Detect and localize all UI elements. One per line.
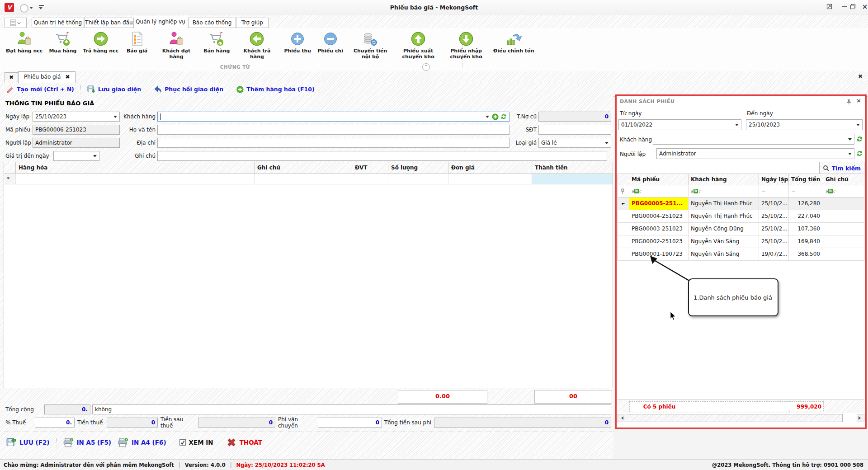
table-row[interactable]: PBG00002-251023 Nguyễn Văn Sáng 25/10/2.…	[618, 235, 864, 248]
new-row-cell-thanh-tien[interactable]	[532, 174, 613, 184]
new-row-cell[interactable]	[255, 174, 352, 184]
ribbon-collapse-icon[interactable]: ^	[422, 63, 430, 71]
ghi-chu-input[interactable]	[157, 151, 607, 161]
save-layout-button[interactable]: Lưu giao diện	[81, 85, 147, 94]
ribbon-item-tra-hang-ncc[interactable]: Trả hàng ncc	[80, 30, 122, 55]
thue-input[interactable]: 0.	[35, 418, 75, 428]
menu-list-button[interactable]	[5, 18, 27, 28]
fullscreen-icon[interactable]	[826, 4, 836, 12]
chevron-down-icon[interactable]	[486, 116, 489, 120]
close-icon[interactable]: ×	[860, 3, 868, 11]
panel-nguoi-lap-combo[interactable]: Administrator	[656, 148, 854, 159]
col-ma-phieu[interactable]: Mã phiếu	[629, 174, 689, 185]
chevron-down-icon[interactable]	[856, 124, 860, 128]
ribbon-item-phieu-xuat-chuyen-kho[interactable]: Phiếu xuất chuyển kho	[394, 30, 442, 61]
ribbon-item-dieu-chinh-ton[interactable]: Điều chỉnh tồn	[490, 30, 537, 55]
quick-access-dropdown-icon[interactable]	[29, 7, 33, 11]
tab-bao-cao-thong-ke[interactable]: Báo cáo thống kê	[188, 18, 236, 28]
minimize-icon[interactable]	[839, 6, 849, 14]
quick-access-icon[interactable]	[20, 4, 28, 13]
col-ghi-chu[interactable]: Ghi chú	[823, 174, 864, 185]
new-row-cell[interactable]	[16, 174, 255, 184]
ribbon-item-mua-hang[interactable]: Mua hàng	[46, 30, 80, 55]
add-item-button[interactable]: Thêm hàng hóa (F10)	[230, 86, 321, 93]
table-row[interactable]: ► PBG00005-251... Nguyễn Thị Hạnh Phúc 2…	[618, 197, 864, 210]
ribbon-item-dat-hang-ncc[interactable]: Đặt hàng ncc	[3, 30, 46, 55]
ribbon-item-ban-hang[interactable]: Bán hàng	[200, 30, 233, 55]
ho-va-ten-input[interactable]	[157, 125, 509, 135]
restore-layout-button[interactable]: Phục hồi giao diện	[147, 85, 230, 94]
chevron-down-icon[interactable]	[735, 124, 739, 128]
checkbox-checked-icon[interactable]	[179, 439, 186, 446]
den-ngay-combo[interactable]: 25/10/2023	[746, 119, 863, 130]
table-row[interactable]: PBG00004-251023 Nguyễn Thị Hạnh Phúc 25/…	[618, 210, 864, 223]
scrollbar-thumb[interactable]	[626, 414, 843, 422]
add-customer-icon[interactable]	[492, 113, 499, 120]
filter-pin-icon[interactable]	[618, 185, 629, 197]
refresh-icon[interactable]	[500, 113, 507, 120]
table-row[interactable]: PBG00003-251023 Nguyễn Công Dũng 25/10/2…	[618, 223, 864, 235]
exit-button[interactable]: THOÁT	[226, 437, 262, 447]
tong-cong-text[interactable]: không	[92, 404, 611, 414]
col-don-gia[interactable]: Đơn giá	[448, 162, 532, 174]
items-grid-new-row[interactable]: *	[4, 174, 613, 184]
new-button[interactable]: Tạo mới (Ctrl + N)	[0, 85, 80, 93]
restore-icon[interactable]	[850, 4, 860, 12]
panel-khach-hang-combo[interactable]	[653, 134, 854, 145]
search-button[interactable]: Tìm kiếm	[819, 162, 864, 174]
ribbon-item-phieu-chi[interactable]: Phiếu chi	[314, 30, 346, 55]
col-ghi-chu[interactable]: Ghi chú	[255, 162, 352, 174]
col-hang-hoa[interactable]: Hàng hóa	[16, 162, 255, 174]
strip-close-icon[interactable]: ✖	[858, 73, 863, 80]
dia-chi-input[interactable]	[157, 138, 509, 148]
filter-ghi-chu[interactable]: abc	[823, 185, 864, 197]
pin-icon[interactable]	[846, 99, 851, 105]
scroll-right-icon[interactable]	[857, 414, 864, 422]
tab-phieu-bao-gia[interactable]: Phiếu báo giá✖	[18, 71, 75, 83]
chevron-down-icon[interactable]	[848, 138, 852, 142]
ngay-lap-combo[interactable]: 25/10/2023	[33, 112, 120, 122]
horizontal-scrollbar[interactable]	[618, 414, 864, 422]
new-row-cell[interactable]	[388, 174, 448, 184]
tab-close-icon[interactable]: ✖	[65, 74, 70, 80]
tu-ngay-combo[interactable]: 01/10/2022	[618, 119, 741, 130]
refresh-icon[interactable]	[856, 136, 863, 142]
tab-thiet-lap-ban-dau[interactable]: Thiết lập ban đầu	[84, 18, 134, 28]
refresh-icon[interactable]	[856, 150, 863, 157]
col-thanh-tien[interactable]: Thành tiền	[532, 162, 613, 174]
preview-checkbox[interactable]: XEM IN	[179, 439, 213, 446]
print-a4-button[interactable]: ? IN A4 (F6)	[118, 437, 166, 447]
filter-ma-phieu[interactable]: abc	[629, 185, 689, 197]
save-button[interactable]: LƯU (F2)	[6, 437, 50, 447]
tab-close-left-icon[interactable]: ✖	[5, 72, 18, 83]
toolbar-customize-icon[interactable]	[39, 5, 44, 11]
loai-gia-combo[interactable]: Giá lẻ	[538, 138, 611, 148]
col-ngay-lap[interactable]: Ngày lập	[759, 174, 789, 185]
print-a5-button[interactable]: ? IN A5 (F5)	[63, 437, 112, 447]
new-row-cell[interactable]	[448, 174, 532, 184]
tab-tro-giup[interactable]: Trợ giúp	[236, 18, 269, 28]
gia-tri-den-ngay-combo[interactable]	[53, 151, 99, 161]
chevron-down-icon[interactable]	[605, 142, 609, 146]
ribbon-item-bao-gia[interactable]: Báo giá	[122, 30, 152, 55]
col-dvt[interactable]: ĐVT	[352, 162, 388, 174]
filter-tong-tien[interactable]: =	[789, 185, 823, 197]
tab-quan-ly-nghiep-vu[interactable]: Quản lý nghiệp vụ	[134, 16, 187, 29]
sdt-input[interactable]	[538, 125, 611, 135]
ribbon-item-khach-tra-hang[interactable]: Khách trả hàng	[233, 30, 281, 61]
filter-ngay-lap[interactable]: =	[759, 185, 789, 197]
items-grid-body[interactable]	[4, 184, 613, 388]
col-so-luong[interactable]: Số lượng	[388, 162, 448, 174]
ribbon-item-chuyen-tien-noi-bo[interactable]: Chuyển tiền nội bộ	[346, 30, 394, 61]
chevron-down-icon[interactable]	[93, 155, 97, 159]
ribbon-item-khach-dat-hang[interactable]: Khách đặt hàng	[152, 30, 200, 61]
filter-khach-hang[interactable]: abc	[689, 185, 759, 197]
col-tong-tien[interactable]: Tổng tiền	[789, 174, 823, 185]
ribbon-item-phieu-nhap-chuyen-kho[interactable]: Phiếu nhập chuyển kho	[442, 30, 490, 61]
col-khach-hang[interactable]: Khách hàng	[689, 174, 759, 185]
chevron-down-icon[interactable]	[848, 153, 852, 157]
panel-close-icon[interactable]: ×	[856, 97, 861, 104]
new-row-cell[interactable]	[352, 174, 388, 184]
scroll-left-icon[interactable]	[618, 414, 625, 422]
khach-hang-input[interactable]	[157, 112, 509, 122]
